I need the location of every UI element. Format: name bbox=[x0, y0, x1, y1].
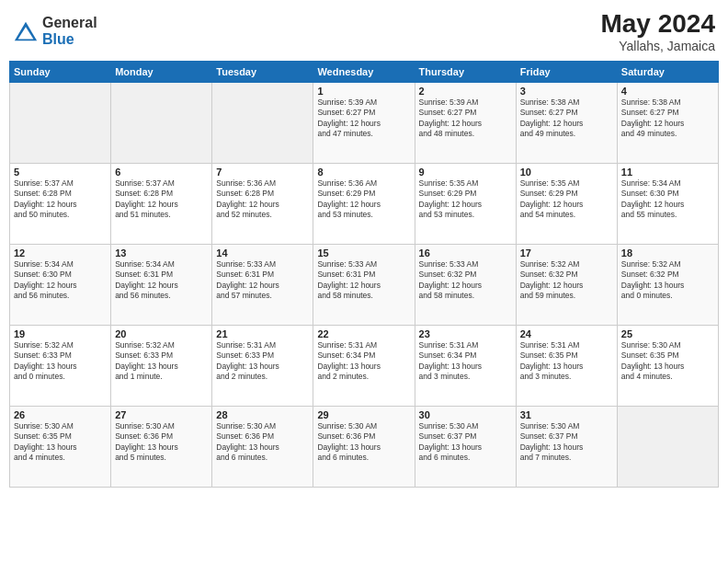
day-info: Sunrise: 5:34 AM Sunset: 6:30 PM Dayligh… bbox=[14, 259, 107, 302]
day-number: 22 bbox=[317, 328, 410, 339]
calendar-week-row: 1Sunrise: 5:39 AM Sunset: 6:27 PM Daylig… bbox=[10, 83, 719, 164]
col-friday: Friday bbox=[516, 62, 617, 83]
day-info: Sunrise: 5:31 AM Sunset: 6:34 PM Dayligh… bbox=[419, 340, 512, 383]
title-location: Yallahs, Jamaica bbox=[600, 39, 715, 53]
day-info: Sunrise: 5:34 AM Sunset: 6:31 PM Dayligh… bbox=[115, 259, 208, 302]
day-number: 16 bbox=[419, 247, 512, 259]
table-row: 16Sunrise: 5:33 AM Sunset: 6:32 PM Dayli… bbox=[415, 245, 516, 326]
day-number: 7 bbox=[216, 167, 309, 178]
day-info: Sunrise: 5:31 AM Sunset: 6:34 PM Dayligh… bbox=[317, 340, 410, 383]
table-row bbox=[111, 83, 212, 164]
day-info: Sunrise: 5:30 AM Sunset: 6:36 PM Dayligh… bbox=[317, 421, 410, 464]
table-row: 19Sunrise: 5:32 AM Sunset: 6:33 PM Dayli… bbox=[10, 326, 111, 407]
table-row: 8Sunrise: 5:36 AM Sunset: 6:29 PM Daylig… bbox=[313, 164, 415, 245]
day-info: Sunrise: 5:34 AM Sunset: 6:30 PM Dayligh… bbox=[621, 178, 714, 221]
day-info: Sunrise: 5:30 AM Sunset: 6:36 PM Dayligh… bbox=[216, 421, 309, 464]
day-info: Sunrise: 5:31 AM Sunset: 6:35 PM Dayligh… bbox=[520, 340, 613, 383]
day-info: Sunrise: 5:31 AM Sunset: 6:33 PM Dayligh… bbox=[216, 340, 309, 383]
table-row bbox=[212, 83, 313, 164]
logo-text: General Blue bbox=[42, 15, 97, 47]
table-row: 2Sunrise: 5:39 AM Sunset: 6:27 PM Daylig… bbox=[415, 83, 516, 164]
title-month: May 2024 bbox=[600, 9, 715, 39]
table-row: 25Sunrise: 5:30 AM Sunset: 6:35 PM Dayli… bbox=[617, 326, 718, 407]
day-info: Sunrise: 5:36 AM Sunset: 6:28 PM Dayligh… bbox=[216, 178, 309, 221]
day-number: 23 bbox=[419, 328, 512, 339]
table-row: 13Sunrise: 5:34 AM Sunset: 6:31 PM Dayli… bbox=[111, 245, 212, 326]
day-number: 15 bbox=[317, 247, 410, 259]
day-number: 27 bbox=[115, 409, 208, 420]
day-number: 10 bbox=[520, 167, 613, 178]
table-row: 27Sunrise: 5:30 AM Sunset: 6:36 PM Dayli… bbox=[111, 407, 212, 488]
day-info: Sunrise: 5:32 AM Sunset: 6:32 PM Dayligh… bbox=[520, 259, 613, 302]
day-info: Sunrise: 5:30 AM Sunset: 6:37 PM Dayligh… bbox=[419, 421, 512, 464]
table-row: 18Sunrise: 5:32 AM Sunset: 6:32 PM Dayli… bbox=[617, 245, 718, 326]
day-info: Sunrise: 5:35 AM Sunset: 6:29 PM Dayligh… bbox=[419, 178, 512, 221]
col-saturday: Saturday bbox=[617, 62, 718, 83]
table-row: 4Sunrise: 5:38 AM Sunset: 6:27 PM Daylig… bbox=[617, 83, 718, 164]
table-row bbox=[617, 407, 718, 488]
day-info: Sunrise: 5:33 AM Sunset: 6:31 PM Dayligh… bbox=[317, 259, 410, 302]
day-info: Sunrise: 5:30 AM Sunset: 6:35 PM Dayligh… bbox=[621, 340, 714, 383]
day-number: 6 bbox=[115, 167, 208, 178]
day-number: 1 bbox=[317, 86, 410, 97]
table-row: 5Sunrise: 5:37 AM Sunset: 6:28 PM Daylig… bbox=[10, 164, 111, 245]
table-row: 6Sunrise: 5:37 AM Sunset: 6:28 PM Daylig… bbox=[111, 164, 212, 245]
day-number: 11 bbox=[621, 167, 714, 178]
day-info: Sunrise: 5:37 AM Sunset: 6:28 PM Dayligh… bbox=[115, 178, 208, 221]
table-row: 17Sunrise: 5:32 AM Sunset: 6:32 PM Dayli… bbox=[516, 245, 617, 326]
table-row: 21Sunrise: 5:31 AM Sunset: 6:33 PM Dayli… bbox=[212, 326, 313, 407]
calendar-header-row: Sunday Monday Tuesday Wednesday Thursday… bbox=[10, 62, 719, 83]
table-row: 24Sunrise: 5:31 AM Sunset: 6:35 PM Dayli… bbox=[516, 326, 617, 407]
day-number: 20 bbox=[115, 328, 208, 339]
day-number: 25 bbox=[621, 328, 714, 339]
day-number: 21 bbox=[216, 328, 309, 339]
day-number: 31 bbox=[520, 409, 613, 420]
table-row: 11Sunrise: 5:34 AM Sunset: 6:30 PM Dayli… bbox=[617, 164, 718, 245]
table-row: 12Sunrise: 5:34 AM Sunset: 6:30 PM Dayli… bbox=[10, 245, 111, 326]
day-info: Sunrise: 5:32 AM Sunset: 6:33 PM Dayligh… bbox=[14, 340, 107, 383]
table-row: 28Sunrise: 5:30 AM Sunset: 6:36 PM Dayli… bbox=[212, 407, 313, 488]
day-info: Sunrise: 5:39 AM Sunset: 6:27 PM Dayligh… bbox=[419, 98, 512, 140]
logo-icon bbox=[13, 18, 39, 44]
day-number: 5 bbox=[14, 167, 107, 178]
calendar-week-row: 19Sunrise: 5:32 AM Sunset: 6:33 PM Dayli… bbox=[10, 326, 719, 407]
day-number: 19 bbox=[14, 328, 107, 339]
day-info: Sunrise: 5:30 AM Sunset: 6:35 PM Dayligh… bbox=[14, 421, 107, 464]
table-row bbox=[10, 83, 111, 164]
day-info: Sunrise: 5:36 AM Sunset: 6:29 PM Dayligh… bbox=[317, 178, 410, 221]
day-number: 14 bbox=[216, 247, 309, 259]
day-info: Sunrise: 5:33 AM Sunset: 6:31 PM Dayligh… bbox=[216, 259, 309, 302]
table-row: 26Sunrise: 5:30 AM Sunset: 6:35 PM Dayli… bbox=[10, 407, 111, 488]
day-info: Sunrise: 5:30 AM Sunset: 6:36 PM Dayligh… bbox=[115, 421, 208, 464]
day-number: 13 bbox=[115, 247, 208, 259]
calendar-week-row: 12Sunrise: 5:34 AM Sunset: 6:30 PM Dayli… bbox=[10, 245, 719, 326]
table-row: 30Sunrise: 5:30 AM Sunset: 6:37 PM Dayli… bbox=[415, 407, 516, 488]
day-info: Sunrise: 5:32 AM Sunset: 6:33 PM Dayligh… bbox=[115, 340, 208, 383]
table-row: 10Sunrise: 5:35 AM Sunset: 6:29 PM Dayli… bbox=[516, 164, 617, 245]
day-number: 4 bbox=[621, 86, 714, 97]
day-info: Sunrise: 5:38 AM Sunset: 6:27 PM Dayligh… bbox=[520, 98, 613, 140]
day-info: Sunrise: 5:33 AM Sunset: 6:32 PM Dayligh… bbox=[419, 259, 512, 302]
col-thursday: Thursday bbox=[415, 62, 516, 83]
page: General Blue May 2024 Yallahs, Jamaica S… bbox=[0, 0, 728, 563]
col-wednesday: Wednesday bbox=[313, 62, 415, 83]
day-number: 28 bbox=[216, 409, 309, 420]
day-number: 3 bbox=[520, 86, 613, 97]
table-row: 29Sunrise: 5:30 AM Sunset: 6:36 PM Dayli… bbox=[313, 407, 415, 488]
col-tuesday: Tuesday bbox=[212, 62, 313, 83]
day-info: Sunrise: 5:35 AM Sunset: 6:29 PM Dayligh… bbox=[520, 178, 613, 221]
day-info: Sunrise: 5:30 AM Sunset: 6:37 PM Dayligh… bbox=[520, 421, 613, 464]
calendar-week-row: 26Sunrise: 5:30 AM Sunset: 6:35 PM Dayli… bbox=[10, 407, 719, 488]
day-number: 24 bbox=[520, 328, 613, 339]
logo: General Blue bbox=[13, 15, 97, 47]
day-info: Sunrise: 5:32 AM Sunset: 6:32 PM Dayligh… bbox=[621, 259, 714, 302]
day-number: 9 bbox=[419, 167, 512, 178]
table-row: 23Sunrise: 5:31 AM Sunset: 6:34 PM Dayli… bbox=[415, 326, 516, 407]
logo-blue-label: Blue bbox=[42, 31, 97, 48]
table-row: 3Sunrise: 5:38 AM Sunset: 6:27 PM Daylig… bbox=[516, 83, 617, 164]
col-sunday: Sunday bbox=[10, 62, 111, 83]
day-info: Sunrise: 5:39 AM Sunset: 6:27 PM Dayligh… bbox=[317, 98, 410, 140]
title-block: May 2024 Yallahs, Jamaica bbox=[600, 9, 715, 53]
day-number: 2 bbox=[419, 86, 512, 97]
day-number: 18 bbox=[621, 247, 714, 259]
